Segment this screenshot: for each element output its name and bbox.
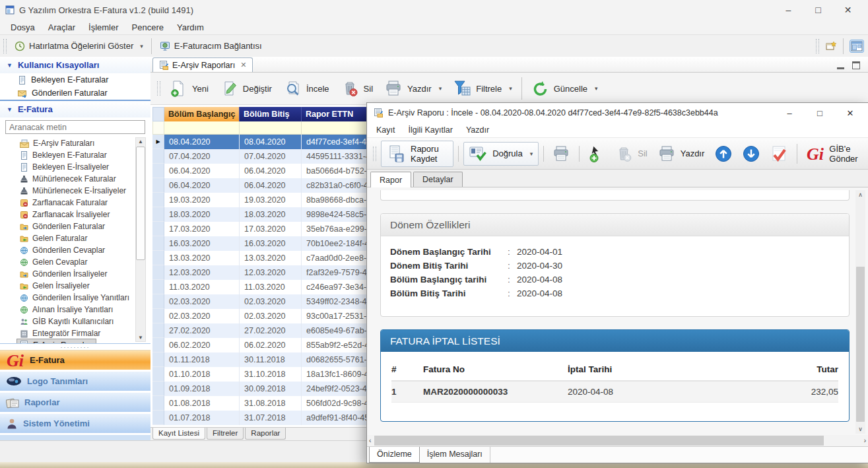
row-selector[interactable]: ▶ [152,135,164,149]
scroll-down-icon[interactable]: ∨ [858,426,863,432]
menu-item[interactable]: Pencere [125,21,170,34]
accordion-bar[interactable]: Raporlar [0,393,150,412]
print-preview-button[interactable] [547,143,576,165]
tree-item[interactable]: Alınan İrsaliye Yanıtları [17,304,116,316]
row-selector[interactable] [152,149,164,164]
save-report-button[interactable]: Raporu Kaydet [381,141,453,167]
close-button[interactable]: ✕ [833,5,863,15]
row-selector[interactable] [152,382,164,396]
accordion-bar[interactable]: Logo Tanımları [0,372,150,391]
gib-send-button[interactable]: Gi GİB'e Gönder [801,141,868,166]
toolbar-grip[interactable] [157,81,160,96]
minimize-button[interactable]: – [774,5,803,15]
tree-scrollbar[interactable]: ▲ ▼ [135,137,146,342]
open-perspective-icon[interactable] [825,40,837,52]
tree-item[interactable]: GİB Kayıtlı Kullanıcıları [17,316,116,327]
dialog-vertical-scrollbar[interactable]: ∧ ∨ [855,190,865,434]
tab-close-icon[interactable]: ✕ [240,61,246,69]
dialog-minimize-button[interactable]: – [774,108,805,118]
tree-item[interactable]: Zarflanacak Faturalar [17,197,110,209]
chevron-down-icon[interactable]: ▾ [595,85,598,92]
toolbar-grip[interactable] [3,39,7,53]
row-selector[interactable] [152,236,164,251]
dialog-horizontal-scrollbar[interactable]: ‹ › [367,435,868,446]
tree-item[interactable]: Bekleyen E-Faturalar [17,149,110,161]
dialog-bottom-tab[interactable]: Önizleme [369,447,420,463]
toolbar-button-i̇ncele[interactable]: İncele [278,77,335,100]
row-selector[interactable] [152,164,164,178]
accordion-splitter[interactable]: ········· [0,343,150,350]
tree-item[interactable]: Mühürlenecek E-İrsaliyeler [17,185,129,197]
toolbar-grip[interactable] [373,147,376,161]
bottom-tab[interactable]: Kayıt Listesi [152,428,205,440]
dialog-tab[interactable]: Rapor [370,172,411,187]
corner-grip[interactable] [816,39,819,53]
toolbar-button-sil[interactable]: Sil [335,77,379,100]
menu-item[interactable]: Dosya [4,21,42,34]
active-perspective-icon[interactable] [850,40,864,53]
scroll-up-icon[interactable]: ∧ [858,191,863,198]
add-button[interactable] [583,143,611,165]
scroll-right-icon[interactable]: › [864,437,866,444]
scrollbar-thumb[interactable] [856,267,865,422]
row-selector[interactable] [152,338,164,352]
tree-item[interactable]: Gelen İrsaliyeler [17,280,92,292]
chevron-down-icon[interactable]: ▾ [140,43,143,50]
tree-item[interactable]: Zarflanacak İrsaliyeler [17,209,112,220]
tree-item[interactable]: Bekleyen E-İrsaliyeler [17,161,112,173]
scroll-left-icon[interactable]: ‹ [369,437,371,444]
tree-item[interactable]: Gönderilen Faturalar [17,220,108,232]
shortcuts-section-header[interactable]: ▼ Kullanıcı Kısayolları [0,57,150,73]
tree-item[interactable]: Entegratör Firmalar [17,327,103,339]
dialog-menu-item[interactable]: İlgili Kayıtlar [402,124,459,136]
tree-item[interactable]: Gelen Faturalar [17,232,90,244]
dialog-close-button[interactable]: ✕ [835,108,865,118]
toolbar-button-güncelle[interactable]: Güncelle▾ [525,77,604,100]
row-selector[interactable] [152,178,164,193]
accordion-bar[interactable]: Sistem Yönetimi [0,414,150,433]
sidebar-shortcut[interactable]: Gönderilen Faturalar [0,86,150,100]
dialog-tab[interactable]: Detaylar [413,172,463,187]
row-selector[interactable] [152,294,164,309]
validate-button[interactable]: Doğrula ▾ [463,142,539,166]
collapse-triangle-icon[interactable]: ▼ [7,106,13,113]
row-selector[interactable] [152,265,164,280]
scrollbar-thumb[interactable] [374,436,824,446]
row-selector[interactable] [152,323,164,338]
tree-item[interactable]: Mühürlenecek Faturalar [17,173,119,185]
dialog-bottom-tab[interactable]: İşlem Mesajları [420,447,490,463]
menu-item[interactable]: İşlemler [82,21,125,34]
grid-column-header[interactable]: Bölüm Bitiş [240,107,302,121]
bottom-tab[interactable]: Raporlar [245,428,286,440]
row-selector[interactable] [152,222,164,236]
accordion-bar[interactable]: GiE-Fatura [0,350,150,370]
chevron-down-icon[interactable]: ▾ [439,85,442,92]
efatura-section-header[interactable]: ▼ E-Fatura [0,100,150,117]
row-selector[interactable] [152,411,164,425]
grid-column-header[interactable]: Bölüm Başlangıç▼ [164,107,240,121]
tree-item[interactable]: Gönderilen İrsaliyeler [17,268,110,280]
scroll-up-icon[interactable]: ▲ [138,139,143,145]
toolbar-button-yeni[interactable]: Yeni [164,77,215,100]
dialog-maximize-button[interactable]: □ [805,108,835,118]
reminder-button[interactable]: Hatırlatma Öğelerini Göster ▾ [10,39,148,53]
chevron-down-icon[interactable]: ▾ [509,85,512,92]
row-selector[interactable] [152,309,164,323]
row-selector[interactable] [152,207,164,222]
toolbar-button-filtrele[interactable]: Filtrele▾ [448,77,518,100]
move-down-button[interactable] [737,143,765,165]
scroll-down-icon[interactable]: ▼ [138,335,143,341]
row-selector[interactable] [152,193,164,207]
tree-item[interactable]: Gelen Cevaplar [17,256,90,268]
row-selector[interactable] [152,251,164,265]
toolbar-button-yazdır[interactable]: Yazdır▾ [379,77,448,100]
menu-item[interactable]: Yardım [170,21,211,34]
filter-cell[interactable] [240,121,302,135]
chevron-down-icon[interactable]: ▾ [530,150,533,157]
row-selector[interactable] [152,352,164,367]
maximize-button[interactable]: □ [803,5,833,15]
row-selector[interactable] [152,280,164,294]
row-selector[interactable] [152,367,164,382]
tree-item[interactable]: E-Arşiv Raporları [17,339,96,343]
tree-item[interactable]: Gönderilen İrsaliye Yanıtları [17,292,132,304]
